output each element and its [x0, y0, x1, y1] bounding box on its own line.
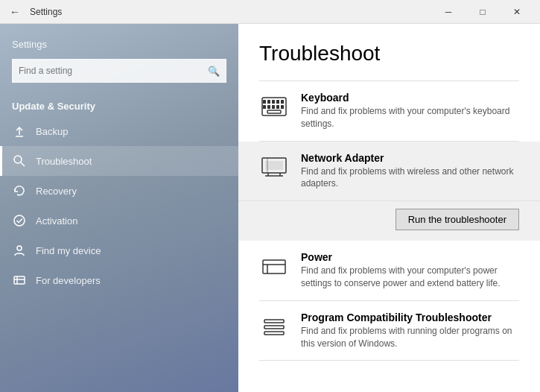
troubleshoot-item-power[interactable]: Power Find and fix problems with your co…	[259, 241, 519, 301]
backup-icon	[12, 124, 27, 139]
troubleshoot-item-keyboard[interactable]: Keyboard Find and fix problems with your…	[259, 80, 519, 142]
find-my-device-icon	[12, 243, 27, 258]
search-icon: 🔍	[208, 66, 220, 77]
sidebar-item-recovery-label: Recovery	[36, 186, 77, 197]
sidebar-item-troubleshoot[interactable]: Troubleshoot	[0, 146, 238, 176]
keyboard-icon	[259, 92, 289, 121]
sidebar-item-activation-label: Activation	[36, 215, 77, 227]
activation-icon	[12, 213, 27, 228]
power-icon	[259, 251, 289, 281]
sidebar-section-label: Update & Security	[0, 92, 238, 116]
troubleshoot-item-network-adapter[interactable]: Network Adapter Find and fix problems wi…	[238, 142, 540, 202]
sidebar-header: Settings 🔍	[0, 24, 238, 92]
sidebar-item-for-developers-label: For developers	[36, 275, 101, 286]
svg-rect-34	[265, 161, 283, 170]
minimize-button[interactable]: ─	[431, 0, 466, 24]
program-compat-item-name: Program Compatibility Troubleshooter	[301, 312, 519, 323]
keyboard-item-desc: Find and fix problems with your computer…	[301, 105, 519, 130]
svg-rect-20	[263, 100, 266, 104]
svg-point-3	[14, 215, 25, 226]
svg-rect-29	[281, 105, 284, 109]
main-content: Settings 🔍 Update & Security Backup	[0, 24, 540, 392]
troubleshoot-item-program-compat[interactable]: Program Compatibility Troubleshooter Fin…	[259, 301, 519, 361]
search-box[interactable]: 🔍	[12, 59, 226, 83]
svg-line-2	[21, 162, 25, 166]
power-item-name: Power	[301, 251, 519, 263]
sidebar-item-find-my-device-label: Find my device	[36, 245, 101, 256]
svg-point-4	[17, 246, 22, 250]
keyboard-item-name: Keyboard	[301, 92, 519, 104]
program-compat-item-content: Program Compatibility Troubleshooter Fin…	[301, 312, 519, 350]
svg-rect-24	[281, 100, 284, 104]
sidebar-app-title: Settings	[12, 39, 226, 50]
right-panel: Troubleshoot	[238, 24, 540, 392]
sidebar: Settings 🔍 Update & Security Backup	[0, 24, 238, 392]
sidebar-item-recovery[interactable]: Recovery	[0, 176, 238, 206]
svg-rect-23	[276, 100, 279, 104]
network-adapter-icon	[259, 152, 289, 182]
program-compat-item-desc: Find and fix problems with running older…	[301, 325, 519, 350]
maximize-button[interactable]: □	[466, 0, 500, 24]
recovery-icon	[12, 183, 27, 198]
svg-rect-25	[263, 105, 266, 109]
keyboard-item-content: Keyboard Find and fix problems with your…	[301, 92, 519, 130]
sidebar-item-backup[interactable]: Backup	[0, 116, 238, 146]
back-button[interactable]: ←	[6, 3, 24, 21]
sidebar-item-troubleshoot-label: Troubleshoot	[36, 156, 92, 167]
svg-rect-27	[272, 105, 275, 109]
page-title: Troubleshoot	[259, 42, 519, 66]
run-troubleshooter-button[interactable]: Run the troubleshooter	[396, 209, 519, 230]
window-controls: ─ □ ✕	[431, 0, 534, 24]
svg-rect-28	[276, 105, 279, 109]
for-developers-icon	[12, 273, 27, 288]
program-compat-icon	[259, 312, 289, 341]
power-item-content: Power Find and fix problems with your co…	[301, 251, 519, 290]
power-item-desc: Find and fix problems with your computer…	[301, 265, 519, 290]
network-adapter-item-name: Network Adapter	[301, 152, 519, 164]
title-bar: ← Settings ─ □ ✕	[0, 0, 540, 24]
sidebar-item-activation[interactable]: Activation	[0, 206, 238, 235]
svg-rect-22	[272, 100, 275, 104]
svg-rect-5	[14, 276, 25, 284]
sidebar-item-backup-label: Backup	[36, 126, 68, 137]
network-adapter-item-desc: Find and fix problems with wireless and …	[301, 165, 519, 191]
run-troubleshooter-container: Run the troubleshooter	[238, 201, 540, 241]
svg-point-1	[14, 156, 22, 163]
svg-rect-19	[267, 110, 281, 113]
network-adapter-item-content: Network Adapter Find and fix problems wi…	[301, 152, 519, 191]
search-input[interactable]	[19, 66, 208, 76]
close-button[interactable]: ✕	[500, 0, 534, 24]
sidebar-item-find-my-device[interactable]: Find my device	[0, 235, 238, 265]
svg-rect-26	[267, 105, 270, 109]
troubleshoot-icon	[12, 154, 27, 168]
svg-rect-36	[263, 260, 285, 274]
svg-rect-21	[267, 100, 270, 104]
title-bar-title: Settings	[24, 7, 431, 17]
sidebar-item-for-developers[interactable]: For developers	[0, 265, 238, 295]
